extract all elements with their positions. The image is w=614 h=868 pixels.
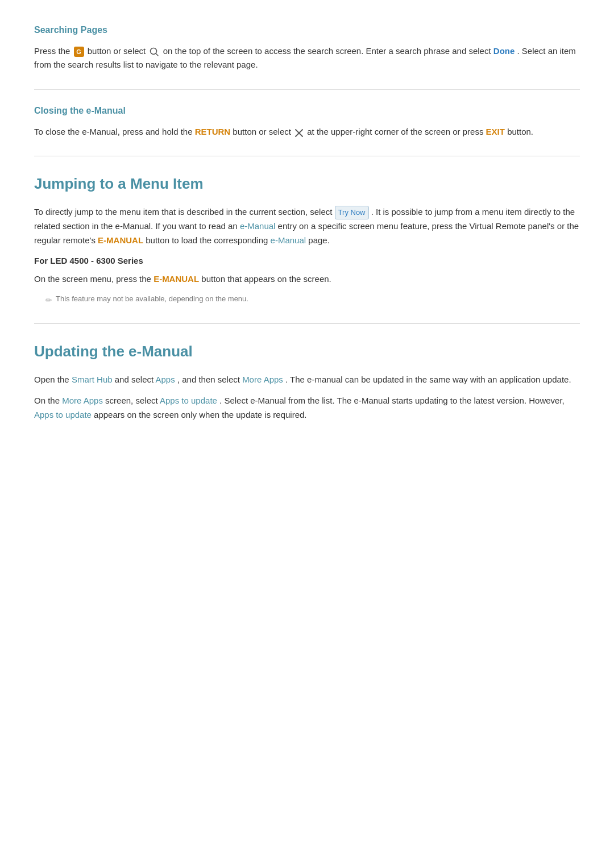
jumping-menu-body1: To directly jump to the menu item that i… (34, 205, 580, 247)
closing-emanual-title: Closing the e-Manual (34, 103, 580, 118)
updating-body2: On the More Apps screen, select Apps to … (34, 394, 580, 422)
body-prefix: Press the (34, 46, 70, 56)
led-subsection-body: On the screen menu, press the E-MANUAL b… (34, 272, 580, 286)
section-divider-1 (34, 89, 580, 90)
return-highlight: RETURN (195, 127, 231, 136)
section-divider-2 (34, 156, 580, 156)
searching-pages-body: Press the G button or select on the top … (34, 44, 580, 73)
done-highlight: Done (493, 46, 515, 56)
body1-middle2: , and then select (177, 375, 240, 384)
body-suffix: on the top of the screen to access the s… (163, 46, 491, 56)
apps-update-highlight-2: Apps to update (34, 410, 92, 420)
body-end: button. (507, 127, 533, 136)
subsection-suffix: button that appears on the screen. (201, 274, 331, 284)
more-apps-highlight: More Apps (242, 375, 283, 384)
body-middle: button or select (233, 127, 291, 136)
subsection-prefix: On the screen menu, press the (34, 274, 151, 284)
exit-highlight: EXIT (486, 127, 505, 136)
updating-emanual-title: Updating the e-Manual (34, 340, 580, 364)
body-suffix: at the upper-right corner of the screen … (307, 127, 483, 136)
jumping-menu-section: Jumping to a Menu Item To directly jump … (34, 172, 580, 306)
closing-emanual-body: To close the e-Manual, press and hold th… (34, 125, 580, 139)
emanual-highlight-1: e-Manual (240, 221, 276, 231)
searching-pages-title: Searching Pages (34, 23, 580, 38)
apps-highlight: Apps (156, 375, 175, 384)
more-apps-highlight-2: More Apps (62, 396, 103, 405)
svg-point-0 (151, 48, 157, 54)
note-text: This feature may not be available, depen… (56, 293, 248, 305)
x-icon (294, 128, 304, 137)
body-end2: page. (308, 235, 330, 245)
led-subsection-title: For LED 4500 - 6300 Series (34, 254, 580, 268)
body-prefix: To close the e-Manual, press and hold th… (34, 127, 193, 136)
jumping-menu-title: Jumping to a Menu Item (34, 172, 580, 196)
try-now-badge[interactable]: Try Now (335, 206, 369, 219)
body2-prefix: On the (34, 396, 60, 405)
body-prefix: To directly jump to the menu item that i… (34, 207, 332, 217)
search-icon (149, 47, 159, 57)
body-end1: button to load the corresponding (146, 235, 268, 245)
body1-prefix: Open the (34, 375, 69, 384)
body1-middle1: and select (115, 375, 154, 384)
smart-hub-highlight: Smart Hub (72, 375, 113, 384)
updating-body1: Open the Smart Hub and select Apps , and… (34, 373, 580, 387)
searching-pages-section: Searching Pages Press the G button or se… (34, 23, 580, 72)
section-divider-3 (34, 323, 580, 324)
body1-suffix: . The e-manual can be updated in the sam… (285, 375, 571, 384)
svg-line-1 (156, 53, 159, 56)
body-middle: button or select (88, 46, 146, 56)
emanual-highlight-2: E-MANUAL (98, 235, 143, 245)
apps-update-highlight: Apps to update (160, 396, 217, 405)
closing-emanual-section: Closing the e-Manual To close the e-Manu… (34, 103, 580, 139)
note-container: ✏ This feature may not be available, dep… (34, 293, 580, 306)
emanual-highlight-subsection: E-MANUAL (154, 274, 199, 284)
body2-middle2: . Select e-Manual from the list. The e-M… (219, 396, 565, 405)
updating-emanual-section: Updating the e-Manual Open the Smart Hub… (34, 340, 580, 422)
body2-suffix: appears on the screen only when the upda… (94, 410, 306, 420)
body2-middle1: screen, select (105, 396, 158, 405)
pencil-icon: ✏ (45, 294, 52, 306)
g-icon: G (74, 47, 84, 57)
emanual-highlight-3: e-Manual (271, 235, 306, 245)
